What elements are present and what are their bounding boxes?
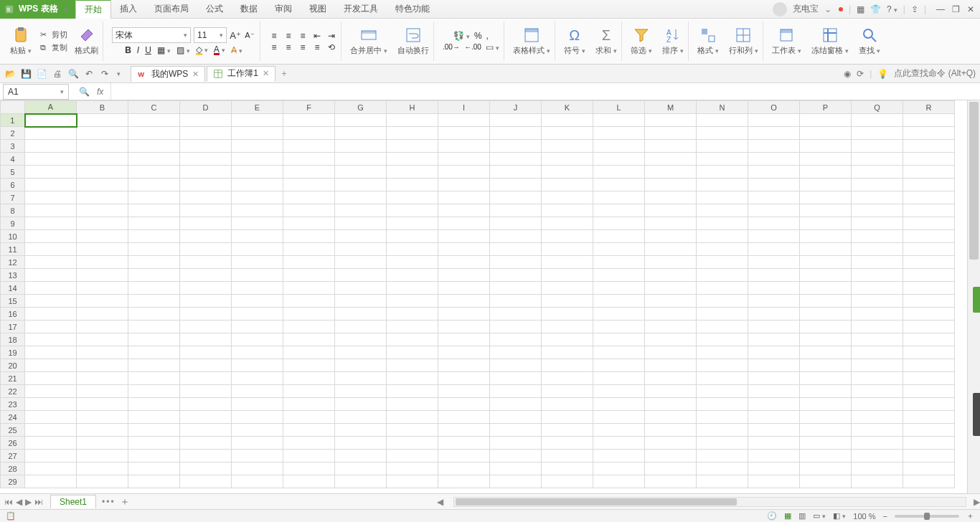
cell[interactable]	[387, 282, 438, 295]
cell[interactable]	[180, 321, 232, 333]
cell[interactable]	[438, 411, 490, 424]
cell[interactable]	[748, 256, 800, 269]
cell[interactable]	[800, 450, 852, 462]
menu-tab-6[interactable]: 视图	[301, 0, 335, 19]
rows-cols-button[interactable]: 行和列▾	[729, 27, 758, 56]
cell[interactable]	[748, 321, 800, 333]
column-header[interactable]: C	[128, 101, 180, 114]
view-normal-icon[interactable]: ▦	[784, 511, 791, 521]
row-header[interactable]: 5	[1, 166, 25, 179]
cell[interactable]	[800, 166, 852, 179]
paste-button[interactable]: 粘贴▾	[10, 27, 32, 56]
cell[interactable]	[25, 153, 77, 166]
cell[interactable]	[645, 372, 697, 385]
cell[interactable]	[697, 256, 748, 269]
cell[interactable]	[77, 321, 128, 333]
cell[interactable]	[852, 411, 903, 424]
wrap-text-button[interactable]: 自动换行	[397, 27, 429, 56]
cell[interactable]	[490, 191, 542, 204]
cell[interactable]	[387, 424, 438, 437]
cell[interactable]	[335, 372, 387, 385]
cell[interactable]	[283, 127, 335, 140]
cell[interactable]	[232, 321, 283, 333]
cell[interactable]	[232, 114, 283, 127]
cell[interactable]	[387, 295, 438, 308]
cell[interactable]	[748, 217, 800, 230]
cell[interactable]	[748, 114, 800, 127]
cell[interactable]	[77, 333, 128, 346]
cell[interactable]	[800, 333, 852, 346]
cell[interactable]	[490, 385, 542, 398]
cell[interactable]	[180, 333, 232, 346]
cell[interactable]	[438, 308, 490, 321]
cell[interactable]	[852, 424, 903, 437]
cell[interactable]	[748, 462, 800, 475]
cell[interactable]	[25, 256, 77, 269]
row-header[interactable]: 10	[1, 230, 25, 243]
menu-tab-7[interactable]: 开发工具	[335, 0, 387, 19]
cell[interactable]	[542, 204, 593, 217]
cell[interactable]	[697, 230, 748, 243]
cell[interactable]	[542, 372, 593, 385]
cell[interactable]	[542, 398, 593, 411]
cell[interactable]	[77, 127, 128, 140]
cell[interactable]	[903, 127, 955, 140]
cell[interactable]	[25, 127, 77, 140]
cell[interactable]	[77, 140, 128, 153]
cell[interactable]	[335, 191, 387, 204]
cell[interactable]	[645, 153, 697, 166]
cell[interactable]	[490, 372, 542, 385]
cell[interactable]	[748, 411, 800, 424]
cell[interactable]	[697, 308, 748, 321]
cell[interactable]	[77, 359, 128, 372]
cell[interactable]	[387, 217, 438, 230]
cell[interactable]	[748, 333, 800, 346]
row-header[interactable]: 21	[1, 372, 25, 385]
search-function-icon[interactable]: 🔍	[79, 87, 90, 97]
cell[interactable]	[542, 243, 593, 256]
cell[interactable]	[490, 230, 542, 243]
cell[interactable]	[645, 398, 697, 411]
cell[interactable]	[593, 385, 645, 398]
cell[interactable]	[852, 321, 903, 333]
cell[interactable]	[645, 437, 697, 450]
cell[interactable]	[800, 398, 852, 411]
cell[interactable]	[800, 424, 852, 437]
user-dropdown-icon[interactable]: ⌄	[824, 4, 831, 14]
column-header[interactable]: L	[593, 101, 645, 114]
cell[interactable]	[748, 398, 800, 411]
cell[interactable]	[593, 450, 645, 462]
cell[interactable]	[25, 437, 77, 450]
cell[interactable]	[490, 217, 542, 230]
export-pdf-icon[interactable]: 📄	[36, 68, 47, 80]
cell[interactable]	[283, 179, 335, 191]
cell[interactable]	[903, 140, 955, 153]
cell[interactable]	[438, 359, 490, 372]
cell[interactable]	[180, 385, 232, 398]
cell[interactable]	[180, 398, 232, 411]
cell[interactable]	[232, 269, 283, 282]
cell[interactable]	[232, 217, 283, 230]
cell[interactable]	[387, 127, 438, 140]
align-left-icon[interactable]: ≡	[269, 42, 279, 52]
cell[interactable]	[128, 437, 180, 450]
cell[interactable]	[645, 385, 697, 398]
cell[interactable]	[232, 333, 283, 346]
cell[interactable]	[903, 398, 955, 411]
fx-icon[interactable]: fx	[97, 87, 103, 97]
cell[interactable]	[283, 424, 335, 437]
shirt-icon[interactable]: 👕	[870, 4, 881, 14]
cell[interactable]	[77, 166, 128, 179]
cell[interactable]	[490, 153, 542, 166]
cell[interactable]	[593, 462, 645, 475]
cell[interactable]	[25, 333, 77, 346]
cell[interactable]	[490, 411, 542, 424]
cell[interactable]	[387, 269, 438, 282]
cell[interactable]	[697, 166, 748, 179]
view-reading-icon[interactable]: ▭▾	[813, 511, 826, 521]
help-icon[interactable]: ?▾	[887, 4, 897, 14]
cell[interactable]	[180, 204, 232, 217]
cell[interactable]	[542, 282, 593, 295]
cell[interactable]	[748, 269, 800, 282]
cell[interactable]	[335, 269, 387, 282]
